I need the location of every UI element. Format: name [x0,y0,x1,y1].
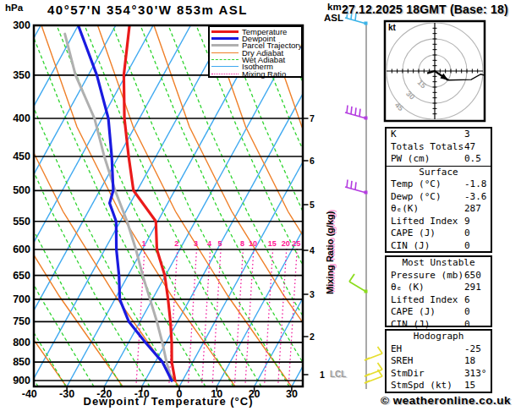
lcl-marker-label: LCL [330,370,346,379]
table-row-value: 650 [464,270,481,281]
mixing-ratio-value-label: 15 [268,239,277,248]
table-row: θₑ (K)291 [387,282,491,294]
mixing-ratio-value-label: 3 [194,239,198,248]
table-row-label: θₑ(K) [391,203,419,214]
table-row-value: 0 [464,240,470,251]
table-row: Lifted Index6 [387,294,491,307]
pressure-tick-label: 900 [0,375,30,386]
table-row-label: CIN (J) [391,240,430,251]
km-tick-label: 2 [310,332,315,342]
table-row-label: Totals Totals [391,141,463,152]
table-row-value: 6 [464,294,470,305]
indices-table-top-rows: K3Totals Totals47PW (cm)0.5 [387,129,491,166]
table-row-label: K [391,129,397,140]
pressure-tick-label: 400 [0,112,30,124]
wind-barb-tick [378,347,383,353]
table-row-label: θₑ (K) [391,282,425,293]
table-row: SREH18 [387,355,491,368]
table-row-label: Lifted Index [391,294,458,305]
legend-line-sample [211,74,239,74]
km-tick-label: 1 [320,370,325,380]
table-row-label: CAPE (J) [391,306,436,317]
mixing-ratio-value-label: 4 [207,239,211,248]
pressure-tick-label: 350 [0,69,30,81]
wind-barb-marker [365,117,368,120]
pressure-tick-label: 450 [0,151,30,162]
wind-barb-tick [347,180,348,188]
pressure-tick-label: 850 [0,356,30,368]
table-row-value: 47 [464,141,475,152]
mixing-ratio-line [265,249,273,385]
mixing-ratio-value-label: 20 [282,239,290,248]
legend-item-label: Mixing Ratio [242,69,286,79]
hodograph-section-title: Hodograph [387,331,491,343]
legend-item: Mixing Ratio [211,70,301,77]
table-row-value: 9 [464,216,470,227]
table-row-label: EH [391,343,402,354]
table-row-label: PW (cm) [391,153,430,164]
table-row: Totals Totals47 [387,141,491,154]
km-tick-label: 4 [310,245,315,255]
copyright: © weatheronline.co.uk [381,394,511,407]
legend-line-sample [211,66,239,67]
table-row-label: Pressure (mb) [391,270,463,281]
plot-border [34,25,303,386]
skewt-sounding-page: 12345810152025153045 hPa 40°57'N 354°30'… [0,0,532,411]
mixing-ratio-value-label: 8 [240,239,244,248]
mixing-ratio-value-label: 25 [292,239,300,248]
wind-barb-tick [351,107,352,114]
table-row: Temp (°C)-1.8 [387,178,491,191]
wind-barb-tick [355,182,356,189]
altitude-axis-unit-asl: ASL [324,13,343,23]
pressure-tick-label: 700 [0,293,30,305]
page-title: 40°57'N 354°30'W 853m ASL [47,3,248,17]
most-unstable-table: Most Unstable Pressure (mb)650θₑ (K)291L… [385,255,492,327]
wind-barb-tick [347,106,348,113]
table-row-value: 0.5 [464,153,481,164]
hodograph-unit-label: kt [388,23,396,32]
mixing-ratio-value-label: 1 [141,239,145,248]
legend-line-sample [211,59,239,60]
wind-barb-marker [365,191,368,195]
mixing-ratio-line [278,249,287,385]
table-row-label: Dewp (°C) [391,191,442,202]
table-row-value: 287 [464,203,481,214]
km-tick-label: 3 [310,289,315,299]
run-datetime: 27.12.2025 18GMT (Base: 18) [342,3,508,16]
table-row-label: StmDir [391,368,425,379]
table-row-value: 313° [464,368,487,379]
wind-barb-tick [359,109,360,117]
wind-barb-marker [365,22,368,25]
table-row: PW (cm)0.5 [387,153,491,166]
table-row-label: SREH [391,355,414,366]
wind-barb [349,282,366,292]
wind-barb-tick [349,274,354,282]
legend: TemperatureDewpointParcel TrajectoryDry … [208,25,303,78]
dry-adiabat-line [211,25,404,386]
altitude-axis-unit-km: km [327,2,342,12]
wind-barb-marker [365,290,368,293]
hodograph-table: Hodograph EH-25SREH18StmDir313°StmSpd (k… [385,329,492,393]
wind-barb-tick [355,107,356,115]
table-row: CIN (J)0 [387,240,491,253]
most-unstable-rows: Pressure (mb)650θₑ (K)291Lifted Index6CA… [387,270,491,332]
table-row-value: 0 [464,227,470,238]
table-row-value: 291 [464,282,481,293]
mixing-ratio-value-label: 2 [174,239,178,248]
legend-line-sample [211,30,239,33]
table-row: CAPE (J)0 [387,227,491,240]
pressure-tick-label: 600 [0,244,30,255]
legend-line-sample [211,37,239,40]
pressure-tick-label: 500 [0,184,30,196]
table-row-value: 18 [464,355,475,366]
pressure-tick-label: 550 [0,216,30,227]
table-row-label: CIN (J) [391,319,430,330]
table-row: Lifted Index9 [387,216,491,228]
table-row: EH-25 [387,343,491,356]
km-tick-label: 6 [310,156,315,166]
wind-barb-tick [378,363,383,370]
pressure-tick-label: 800 [0,337,30,348]
pressure-axis-unit: hPa [5,3,23,13]
mixing-ratio-value-label: 10 [249,239,257,248]
surface-section-title: Surface [387,167,491,179]
